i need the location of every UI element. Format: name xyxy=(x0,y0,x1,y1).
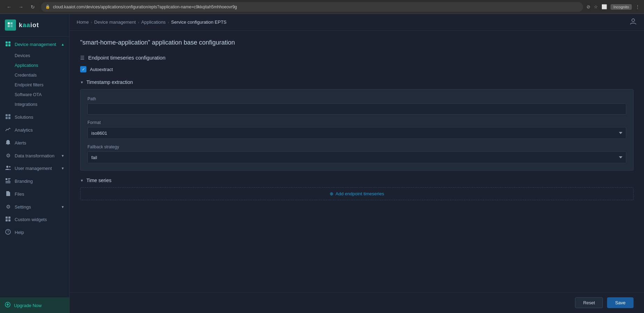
check-icon: ✓ xyxy=(82,67,85,72)
svg-text:?: ? xyxy=(7,230,9,234)
path-label: Path xyxy=(87,96,626,101)
bottom-action-bar: Reset Save xyxy=(70,292,644,313)
logo-area: kaaiot xyxy=(0,14,69,37)
format-select[interactable]: iso8601 unix unix_ms xyxy=(87,127,626,139)
browser-nav-buttons: ← → ↻ xyxy=(4,2,38,12)
help-label: Help xyxy=(15,230,24,235)
user-management-chevron: ▼ xyxy=(61,166,64,170)
sidebar-sub-item-software-ota[interactable]: Software OTA xyxy=(0,90,69,100)
breadcrumb-sep-2: › xyxy=(138,20,139,24)
svg-rect-21 xyxy=(8,217,10,219)
help-icon: ? xyxy=(5,229,11,236)
sidebar-item-user-management[interactable]: User management ▼ xyxy=(0,162,69,175)
svg-rect-0 xyxy=(8,22,10,24)
sidebar-item-files[interactable]: Files xyxy=(0,188,69,201)
sidebar-sub-item-devices[interactable]: Devices xyxy=(0,51,69,61)
svg-rect-22 xyxy=(6,219,8,221)
breadcrumb-device-management[interactable]: Device management xyxy=(94,19,136,25)
settings-chevron: ▼ xyxy=(61,205,64,209)
branding-label: Branding xyxy=(15,179,33,184)
svg-rect-2 xyxy=(8,25,10,27)
svg-rect-18 xyxy=(6,181,10,182)
sidebar-item-custom-widgets[interactable]: Custom widgets xyxy=(0,213,69,226)
timeseries-label: Time series xyxy=(86,178,112,183)
settings-icon: ⚙ xyxy=(5,204,11,210)
tab-icon[interactable]: ⬜ xyxy=(601,4,607,9)
svg-rect-4 xyxy=(6,41,8,44)
timeseries-toggle[interactable]: ▼ Time series xyxy=(80,178,634,183)
topbar: Home › Device management › Applications … xyxy=(70,14,644,31)
sidebar-sub-item-endpoint-filters[interactable]: Endpoint filters xyxy=(0,80,69,90)
breadcrumb-sep-1: › xyxy=(91,20,92,24)
section-header: ☰ Endpoint timeseries configuration xyxy=(80,55,634,61)
user-management-label: User management xyxy=(15,166,52,171)
user-icon[interactable] xyxy=(629,17,637,27)
custom-widgets-label: Custom widgets xyxy=(15,217,47,222)
svg-rect-1 xyxy=(10,22,13,24)
sidebar-item-device-management[interactable]: Device management ▲ xyxy=(0,38,69,51)
save-button[interactable]: Save xyxy=(607,297,634,308)
sidebar-sub-item-integrations[interactable]: Integrations xyxy=(0,100,69,109)
upgrade-icon xyxy=(5,302,10,309)
data-transformation-icon: ⚙ xyxy=(5,152,11,159)
sidebar-item-analytics[interactable]: Analytics xyxy=(0,124,69,136)
fallback-field: Fallback strategy fail use_server_time s… xyxy=(87,144,626,163)
sidebar-item-data-transformation[interactable]: ⚙ Data transformation ▼ xyxy=(0,149,69,162)
breadcrumb-current: Service configuration EPTS xyxy=(171,19,227,25)
svg-rect-5 xyxy=(8,41,10,44)
solutions-icon xyxy=(5,114,11,120)
device-management-chevron: ▲ xyxy=(61,42,64,46)
alerts-icon xyxy=(5,140,11,146)
device-management-icon xyxy=(5,41,11,48)
svg-rect-11 xyxy=(8,117,10,119)
svg-rect-19 xyxy=(6,182,10,183)
sidebar-sub-item-applications[interactable]: Applications xyxy=(0,61,69,70)
breadcrumb-applications[interactable]: Applications xyxy=(141,19,166,25)
logo-icon xyxy=(5,19,16,31)
sidebar-item-settings[interactable]: ⚙ Settings ▼ xyxy=(0,201,69,213)
format-field: Format iso8601 unix unix_ms xyxy=(87,120,626,139)
incognito-badge: Incognito xyxy=(611,4,632,10)
fallback-select[interactable]: fail use_server_time skip xyxy=(87,151,626,163)
user-management-icon xyxy=(5,165,11,172)
menu-icon[interactable]: ⋮ xyxy=(635,4,640,9)
files-label: Files xyxy=(15,191,24,197)
svg-rect-17 xyxy=(8,180,10,180)
upgrade-now-button[interactable]: Upgrade Now xyxy=(0,298,69,313)
browser-chrome: ← → ↻ 🔒 cloud.kaaiot.com/devices/applica… xyxy=(0,0,644,14)
url-text: cloud.kaaiot.com/devices/applications/co… xyxy=(53,5,237,9)
sidebar-sub-item-credentials[interactable]: Credentials xyxy=(0,70,69,80)
settings-label: Settings xyxy=(15,204,31,210)
forward-button[interactable]: → xyxy=(16,2,26,12)
upgrade-now-label: Upgrade Now xyxy=(14,303,42,308)
reset-button[interactable]: Reset xyxy=(575,297,603,308)
svg-point-28 xyxy=(632,19,635,22)
breadcrumb-home[interactable]: Home xyxy=(77,19,89,25)
custom-widgets-icon xyxy=(5,216,11,223)
sidebar: kaaiot Device management ▲ Devices Appli… xyxy=(0,14,70,313)
bookmark-icon[interactable]: ☆ xyxy=(594,4,598,9)
sidebar-item-alerts[interactable]: Alerts xyxy=(0,136,69,149)
reload-button[interactable]: ↻ xyxy=(28,2,38,12)
back-button[interactable]: ← xyxy=(4,2,14,12)
data-transformation-chevron: ▼ xyxy=(61,154,64,158)
sidebar-item-branding[interactable]: Branding xyxy=(0,175,69,188)
path-field: Path xyxy=(87,96,626,115)
timestamp-extraction-toggle[interactable]: ▼ Timestamp extraction xyxy=(80,79,634,85)
svg-rect-15 xyxy=(6,178,7,180)
address-bar[interactable]: 🔒 cloud.kaaiot.com/devices/applications/… xyxy=(41,2,583,12)
alerts-label: Alerts xyxy=(15,140,26,146)
sidebar-item-help[interactable]: ? Help xyxy=(0,226,69,239)
path-input[interactable] xyxy=(87,103,626,115)
breadcrumb-sep-3: › xyxy=(168,20,169,24)
add-endpoint-timeseries-button[interactable]: ⊕ Add endpoint timeseries xyxy=(80,187,634,200)
fallback-label: Fallback strategy xyxy=(87,144,626,149)
files-icon xyxy=(5,191,11,197)
autoextract-checkbox[interactable]: ✓ xyxy=(80,66,86,72)
timestamp-arrow-icon: ▼ xyxy=(80,80,84,84)
sidebar-section-device-management: Device management ▲ Devices Applications… xyxy=(0,37,69,111)
svg-rect-6 xyxy=(6,44,8,46)
sidebar-item-solutions[interactable]: Solutions xyxy=(0,111,69,124)
breadcrumb: Home › Device management › Applications … xyxy=(77,19,227,25)
svg-point-14 xyxy=(9,166,10,167)
